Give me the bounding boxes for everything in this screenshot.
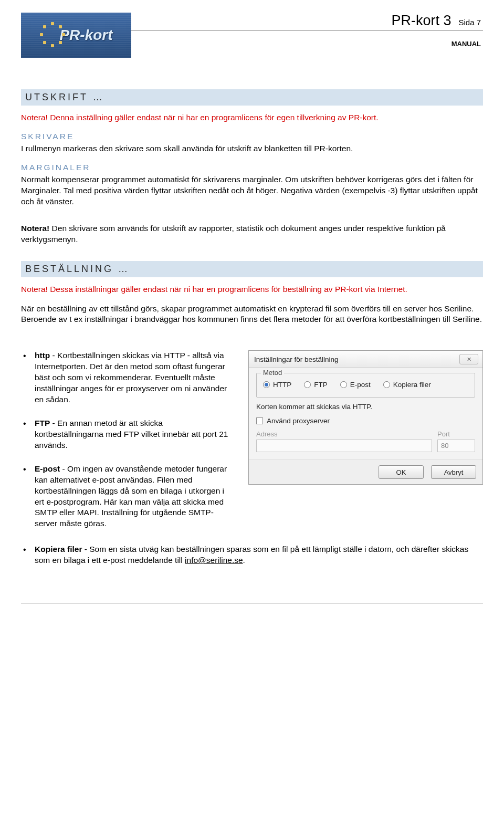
- bestallning-intro: När en beställning av ett tillstånd görs…: [21, 304, 483, 326]
- port-label: Port: [437, 430, 475, 438]
- close-button[interactable]: ✕: [459, 354, 478, 364]
- section-heading-utskrift: UTSKRIFT …: [21, 89, 483, 106]
- logo-text: PR-kort: [59, 27, 112, 44]
- page-number: Sida 7: [458, 18, 481, 27]
- port-input[interactable]: 80: [437, 440, 475, 452]
- list-item: Kopiera filer - Som en sista utväg kan b…: [21, 544, 483, 566]
- list-item: E-post - Om ingen av ovanstående metoder…: [21, 464, 234, 530]
- footer-rule: [21, 603, 483, 603]
- doc-title: PR-kort 3: [391, 13, 451, 29]
- skrivare-body: I rullmenyn markeras den skrivare som sk…: [21, 143, 483, 154]
- cancel-button[interactable]: Avbryt: [431, 465, 476, 479]
- subheading-skrivare: SKRIVARE: [21, 132, 483, 141]
- manual-label: MANUAL: [131, 40, 483, 48]
- email-link[interactable]: info@seriline.se: [185, 556, 243, 565]
- checkbox-icon: [256, 417, 263, 424]
- settings-dialog: Inställningar för beställning ✕ Metod: [248, 350, 483, 485]
- radio-http[interactable]: HTTP: [263, 381, 291, 389]
- radio-icon: [383, 381, 390, 388]
- radio-epost[interactable]: E-post: [340, 381, 371, 389]
- note-utskrift: Notera! Denna inställning gäller endast …: [21, 113, 483, 122]
- close-icon: ✕: [467, 356, 471, 363]
- section-heading-bestallning: BESTÄLLNING …: [21, 261, 483, 277]
- note-skrivare: Notera! Den skrivare som används för uts…: [21, 223, 483, 245]
- list-item: FTP - En annan metod är att skicka kortb…: [21, 418, 234, 451]
- radio-icon: [263, 381, 270, 388]
- ok-button[interactable]: OK: [379, 465, 424, 479]
- radio-icon: [340, 381, 347, 388]
- proxy-checkbox[interactable]: Använd proxyserver: [256, 417, 475, 425]
- radio-ftp[interactable]: FTP: [304, 381, 328, 389]
- subheading-marginaler: MARGINALER: [21, 163, 483, 172]
- note-bestallning: Notera! Dessa inställningar gäller endas…: [21, 285, 483, 294]
- group-legend-metod: Metod: [261, 369, 284, 377]
- radio-icon: [304, 381, 311, 388]
- list-item: http - Kortbeställningen skickas via HTT…: [21, 350, 234, 405]
- radio-kopiera-filer[interactable]: Kopiera filer: [383, 381, 431, 389]
- logo: PR-kort: [21, 13, 131, 58]
- marginaler-body: Normalt kompenserar programmet automatis…: [21, 174, 483, 207]
- address-input[interactable]: [256, 440, 432, 452]
- address-label: Adress: [256, 430, 432, 438]
- dialog-title: Inställningar för beställning: [254, 356, 339, 363]
- info-text: Korten kommer att skickas via HTTP.: [256, 403, 475, 411]
